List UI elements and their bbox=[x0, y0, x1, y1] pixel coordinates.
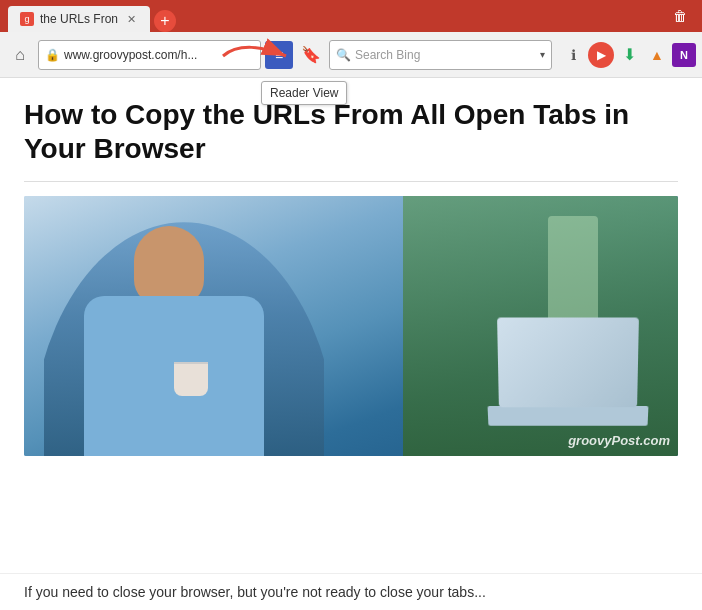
groovy-watermark: groovyPost.com bbox=[568, 433, 670, 448]
bottom-text-content: If you need to close your browser, but y… bbox=[24, 584, 486, 600]
chevron-down-icon: ▾ bbox=[540, 49, 545, 60]
tab-label: the URLs Fron bbox=[40, 12, 118, 26]
search-bar[interactable]: 🔍 Search Bing ▾ bbox=[329, 40, 552, 70]
tab-area: g the URLs Fron ✕ + bbox=[8, 0, 176, 32]
reader-view-button[interactable]: ≡ bbox=[265, 41, 293, 69]
toolbar-icons: ℹ ▶ ⬇ ▲ N bbox=[560, 42, 696, 68]
reader-view-icon: ≡ bbox=[275, 48, 283, 62]
search-icon: 🔍 bbox=[336, 48, 351, 62]
nav-bar: ⌂ 🔒 www.groovypost.com/h... ≡ Reader Vie… bbox=[0, 32, 702, 78]
tab-close-button[interactable]: ✕ bbox=[124, 12, 138, 26]
info-icon[interactable]: ℹ bbox=[560, 42, 586, 68]
window-controls: 🗑 bbox=[666, 5, 694, 27]
article-divider bbox=[24, 181, 678, 182]
download-icon[interactable]: ⬇ bbox=[616, 42, 642, 68]
new-tab-button[interactable]: + bbox=[154, 10, 176, 32]
address-bar[interactable]: 🔒 www.groovypost.com/h... bbox=[38, 40, 261, 70]
browser-window: g the URLs Fron ✕ + 🗑 ⌂ 🔒 www.groovypost… bbox=[0, 0, 702, 610]
active-tab[interactable]: g the URLs Fron ✕ bbox=[8, 6, 150, 32]
home-button[interactable]: ⌂ bbox=[6, 41, 34, 69]
drive-icon[interactable]: ▲ bbox=[644, 42, 670, 68]
onenote-icon[interactable]: N bbox=[672, 43, 696, 67]
trash-icon[interactable]: 🗑 bbox=[666, 5, 694, 27]
media-icon[interactable]: ▶ bbox=[588, 42, 614, 68]
search-input[interactable]: Search Bing bbox=[355, 48, 536, 62]
address-text: www.groovypost.com/h... bbox=[64, 48, 254, 62]
reader-view-tooltip: Reader View bbox=[261, 81, 347, 105]
title-bar: g the URLs Fron ✕ + 🗑 bbox=[0, 0, 702, 32]
tab-favicon: g bbox=[20, 12, 34, 26]
bottom-text: If you need to close your browser, but y… bbox=[0, 573, 702, 610]
bookmark-button[interactable]: 🔖 bbox=[297, 41, 325, 69]
content-area: How to Copy the URLs From All Open Tabs … bbox=[0, 78, 702, 573]
article-image: groovyPost.com bbox=[24, 196, 678, 456]
ssl-icon: 🔒 bbox=[45, 48, 60, 62]
article-title: How to Copy the URLs From All Open Tabs … bbox=[24, 98, 678, 165]
